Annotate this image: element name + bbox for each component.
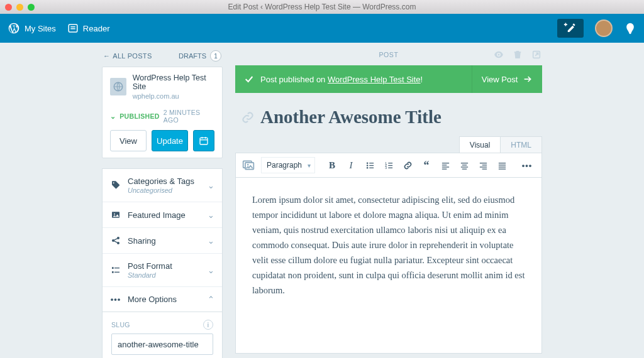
view-post-button[interactable]: View Post — [472, 65, 542, 93]
chevron-down-icon: ⌄ — [208, 181, 214, 190]
svg-line-13 — [114, 239, 117, 241]
svg-point-11 — [118, 237, 119, 239]
format-sub: Standard — [128, 271, 201, 279]
more-options-panel[interactable]: ••• More Options ⌃ — [103, 287, 222, 312]
svg-line-14 — [114, 241, 117, 243]
reader-link[interactable]: Reader — [67, 23, 110, 34]
update-button[interactable]: Update — [152, 130, 188, 151]
svg-point-19 — [498, 54, 500, 56]
featured-image-panel[interactable]: Featured Image ⌄ — [103, 202, 222, 228]
svg-rect-50 — [498, 165, 505, 165]
mac-titlebar: Edit Post ‹ WordPress Help Test Site — W… — [0, 0, 644, 14]
svg-rect-42 — [462, 165, 467, 165]
svg-rect-4 — [200, 138, 208, 144]
reader-label: Reader — [83, 24, 110, 33]
view-button[interactable]: View — [110, 130, 147, 151]
more-options-body: SLUG i EXCERPT i — [102, 312, 223, 358]
cats-title: Categories & Tags — [128, 176, 201, 186]
mac-close-button[interactable] — [5, 4, 12, 11]
sharing-panel[interactable]: Sharing ⌄ — [103, 228, 222, 254]
my-sites-link[interactable]: My Sites — [8, 22, 56, 35]
numbered-list-button[interactable]: 123 — [380, 157, 397, 173]
drafts-label: DRAFTS — [179, 52, 206, 60]
image-icon — [110, 210, 121, 220]
notice-text: Post published on WordPress Help Test Si… — [260, 75, 423, 84]
post-settings-accordion: Categories & TagsUncategorised ⌄ Feature… — [102, 168, 223, 312]
svg-rect-52 — [498, 168, 505, 169]
align-center-button[interactable] — [456, 157, 472, 173]
svg-rect-34 — [388, 165, 392, 165]
svg-point-24 — [247, 164, 249, 166]
notifications-icon[interactable] — [624, 22, 636, 35]
svg-rect-36 — [388, 167, 392, 168]
external-link-icon[interactable] — [531, 49, 542, 60]
mac-zoom-button[interactable] — [28, 4, 35, 11]
site-card: WordPress Help Test Site wphelp.com.au ⌄… — [102, 67, 223, 158]
svg-point-10 — [113, 240, 114, 242]
align-justify-button[interactable] — [494, 157, 510, 173]
chevron-up-icon: ⌃ — [208, 295, 214, 304]
post-nav-label[interactable]: POST — [379, 51, 399, 58]
chevron-down-icon: ⌄ — [208, 266, 214, 275]
list-icon — [110, 265, 121, 275]
chevron-down-icon: ⌄ — [110, 112, 116, 120]
svg-rect-38 — [441, 165, 447, 165]
arrow-right-icon — [523, 74, 533, 84]
user-avatar[interactable] — [595, 19, 613, 37]
permalink-icon[interactable] — [242, 111, 254, 124]
slug-input[interactable] — [111, 334, 213, 355]
post-content[interactable]: Lorem ipsum dolor sit amet, consectetur … — [235, 178, 542, 354]
tab-html[interactable]: HTML — [501, 136, 542, 153]
sidebar: ← ALL POSTS DRAFTS 1 WordPress Help Test… — [102, 48, 223, 358]
kitchen-sink-button[interactable]: ••• — [519, 157, 535, 173]
notice-site-link[interactable]: WordPress Help Test Site — [328, 75, 421, 84]
bold-button[interactable]: B — [324, 157, 340, 173]
publish-status[interactable]: ⌄ PUBLISHED 2 MINUTES AGO — [110, 109, 214, 124]
slug-label: SLUG — [111, 321, 130, 328]
post-format-panel[interactable]: Post FormatStandard ⌄ — [103, 254, 222, 287]
svg-rect-51 — [498, 166, 505, 167]
link-button[interactable] — [399, 157, 416, 173]
svg-rect-18 — [114, 272, 119, 273]
svg-rect-15 — [112, 267, 114, 269]
align-right-button[interactable] — [475, 157, 491, 173]
svg-point-29 — [366, 167, 368, 169]
globe-icon — [110, 78, 126, 95]
svg-rect-43 — [460, 166, 467, 167]
svg-rect-41 — [460, 163, 467, 163]
format-title: Post Format — [128, 261, 201, 271]
featured-title: Featured Image — [128, 210, 201, 220]
add-media-button[interactable] — [242, 160, 258, 171]
svg-rect-30 — [369, 167, 374, 168]
drafts-link[interactable]: DRAFTS 1 — [179, 50, 221, 62]
categories-tags-panel[interactable]: Categories & TagsUncategorised ⌄ — [103, 169, 222, 202]
write-post-button[interactable] — [557, 19, 584, 38]
editor: POST Post published on WordPress Help Te… — [235, 48, 542, 358]
svg-point-12 — [118, 242, 119, 244]
ellipsis-icon: ••• — [110, 295, 121, 304]
align-left-button[interactable] — [437, 157, 453, 173]
back-to-all-posts[interactable]: ← ALL POSTS — [103, 52, 152, 60]
svg-rect-49 — [498, 163, 505, 163]
svg-rect-48 — [482, 168, 487, 169]
site-url: wphelp.com.au — [133, 92, 214, 100]
more-title: More Options — [128, 295, 201, 304]
svg-rect-26 — [369, 163, 374, 163]
svg-point-27 — [366, 165, 368, 166]
trash-icon[interactable] — [512, 49, 523, 60]
svg-rect-47 — [479, 166, 486, 167]
visibility-icon[interactable] — [493, 49, 504, 60]
my-sites-label: My Sites — [25, 24, 56, 33]
slug-help-icon[interactable]: i — [203, 320, 213, 330]
block-format-select[interactable]: Paragraph — [261, 157, 315, 173]
pencil-plus-icon — [564, 23, 577, 34]
schedule-button[interactable] — [193, 130, 214, 151]
mac-minimize-button[interactable] — [16, 4, 23, 11]
italic-button[interactable]: I — [343, 157, 359, 173]
post-title[interactable]: Another Awesome Title — [260, 107, 441, 127]
svg-text:3: 3 — [385, 166, 387, 170]
tab-visual[interactable]: Visual — [459, 136, 501, 153]
svg-rect-44 — [462, 168, 467, 169]
bullet-list-button[interactable] — [362, 157, 378, 173]
quote-button[interactable]: “ — [418, 157, 435, 173]
